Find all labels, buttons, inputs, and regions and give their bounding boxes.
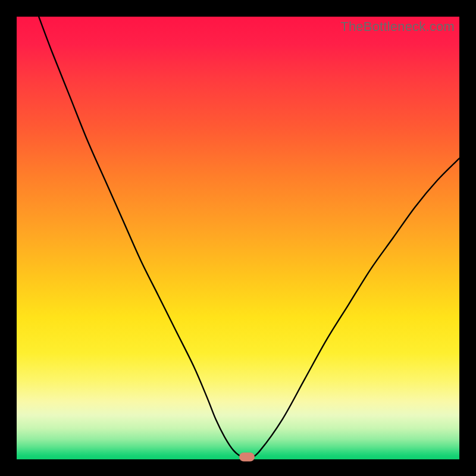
plot-area: TheBottleneck.com <box>17 17 459 459</box>
optimal-marker <box>239 453 255 462</box>
watermark-text: TheBottleneck.com <box>340 19 455 35</box>
bottleneck-curve <box>17 17 459 459</box>
chart-frame: TheBottleneck.com <box>0 0 476 476</box>
